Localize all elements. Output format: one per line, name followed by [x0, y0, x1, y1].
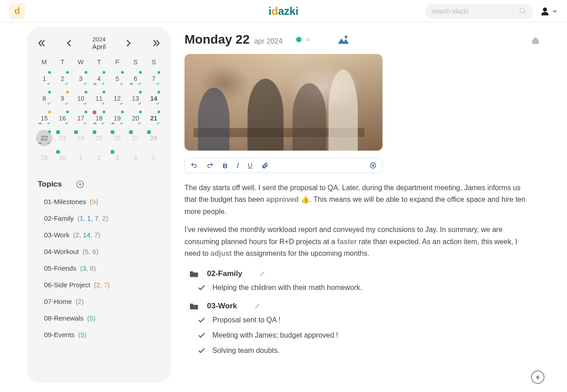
calendar-grid: MTWTFSS123456789101112131415161718192021… [35, 57, 163, 166]
calendar-day[interactable]: 8 [35, 90, 54, 107]
calendar-day: 2 [90, 149, 108, 166]
app-tab[interactable]: d [9, 3, 25, 19]
task-item[interactable]: Solving team doubts. [198, 347, 526, 355]
topic-section-title: 02-Family [207, 269, 242, 278]
app-tab-icon: d [14, 6, 20, 16]
topic-item[interactable]: 08-Renewals (5) [44, 314, 163, 322]
calendar-day[interactable]: 16 [54, 110, 72, 127]
close-toolbar-button[interactable] [369, 162, 377, 169]
calendar-day: 27 [126, 129, 145, 147]
calendar-dow: W [72, 57, 90, 67]
svg-point-6 [345, 36, 347, 38]
calendar-day: 1 [72, 149, 90, 166]
calendar-day: 26 [108, 129, 126, 147]
entry-title: Monday 22 [184, 32, 250, 47]
calendar-day[interactable]: 17 [72, 110, 90, 127]
scroll-top-button[interactable] [531, 370, 544, 384]
folder-icon [189, 270, 199, 278]
calendar-day: 24 [72, 129, 90, 147]
entry-topic-section: 02-FamilyHelping the children with their… [184, 269, 526, 292]
entry-body[interactable]: The day starts off well. I sent the prop… [184, 182, 526, 259]
calendar-day[interactable]: 3 [72, 70, 90, 87]
calendar-day[interactable]: 10 [72, 90, 90, 107]
check-icon [198, 317, 205, 323]
topic-item[interactable]: 05-Friends (3, 8) [44, 264, 163, 272]
calendar-day: 23 [54, 129, 72, 147]
topic-item[interactable]: 01-Milestones (9) [44, 198, 163, 205]
chevron-down-icon [552, 8, 558, 14]
topic-item[interactable]: 09-Events (5) [44, 331, 163, 339]
calendar-day[interactable]: 2 [54, 70, 72, 87]
calendar-day: 28 [144, 129, 163, 147]
user-menu[interactable] [540, 6, 558, 16]
image-icon[interactable] [337, 34, 350, 45]
search-input[interactable] [432, 8, 519, 15]
folder-icon [189, 302, 199, 310]
svg-line-1 [524, 12, 526, 14]
calendar-day[interactable]: 4 [90, 70, 108, 87]
search-box[interactable] [425, 4, 533, 19]
attachment-button[interactable] [261, 162, 269, 169]
calendar-day: 5 [144, 149, 163, 166]
calendar-day[interactable]: 7 [144, 70, 163, 87]
calendar-dow: F [108, 57, 126, 67]
calendar-day[interactable]: 15 [35, 110, 54, 127]
check-icon [198, 285, 205, 291]
topic-item[interactable]: 07-Home (2) [44, 298, 163, 305]
calendar-day[interactable]: 11 [90, 90, 108, 107]
entry-image [184, 54, 382, 151]
topic-item[interactable]: 03-Work (2, 14, 7) [44, 231, 163, 239]
calendar-day[interactable]: 21 [144, 110, 163, 127]
home-button[interactable] [531, 36, 540, 45]
calendar-dow: S [126, 57, 145, 67]
calendar-dow: S [144, 57, 163, 67]
calendar-day[interactable]: 5 [108, 70, 126, 87]
task-item[interactable]: Meeting with James; budget approved ! [198, 331, 526, 339]
bold-button[interactable]: B [223, 162, 228, 169]
underline-button[interactable]: U [248, 162, 252, 169]
undo-button[interactable] [190, 162, 198, 169]
calendar-day[interactable]: 14 [144, 90, 163, 107]
next-month-button[interactable] [123, 38, 133, 48]
prev-year-button[interactable] [37, 38, 47, 48]
arrow-up-icon [535, 374, 541, 380]
calendar-day[interactable]: 9 [54, 90, 72, 107]
calendar-day[interactable]: 19 [108, 110, 126, 127]
entry-topic-section: 03-WorkProposal sent to QA !Meeting with… [184, 302, 526, 355]
italic-button[interactable]: I [237, 162, 239, 169]
calendar-day[interactable]: 20 [126, 110, 145, 127]
calendar-day: 4 [126, 149, 145, 166]
svg-point-2 [543, 7, 547, 11]
topic-item[interactable]: 04-Workout (5, 6) [44, 248, 163, 255]
editor-toolbar: B I U [184, 158, 382, 173]
calendar-day[interactable]: 18 [90, 110, 108, 127]
topics-title: Topics [38, 180, 62, 189]
entry-subtitle: apr 2024 [254, 37, 283, 45]
pencil-icon[interactable] [259, 271, 266, 277]
calendar-day[interactable]: 22 [35, 129, 54, 147]
user-icon [540, 6, 550, 16]
calendar-day: 29 [35, 149, 54, 166]
search-icon [519, 7, 527, 15]
calendar-day[interactable]: 12 [108, 90, 126, 107]
calendar-dow: T [90, 57, 108, 67]
task-item[interactable]: Helping the children with their math hom… [198, 284, 526, 292]
topic-item[interactable]: 06-Side Project (2, 7) [44, 281, 163, 289]
add-topic-button[interactable] [76, 180, 85, 189]
status-dot-icon [296, 37, 302, 42]
next-year-button[interactable] [151, 38, 161, 48]
calendar-day[interactable]: 6 [126, 70, 145, 87]
pencil-icon[interactable] [254, 303, 261, 309]
calendar-day: 30 [54, 149, 72, 166]
topic-item[interactable]: 02-Family (1, 1, 7, 2) [44, 214, 163, 222]
topic-section-title: 03-Work [207, 302, 237, 311]
calendar-day[interactable]: 13 [126, 90, 145, 107]
calendar-dow: M [35, 57, 54, 67]
svg-point-0 [520, 8, 525, 13]
calendar-day: 3 [108, 149, 126, 166]
calendar-title: 2024 April [92, 36, 106, 50]
redo-button[interactable] [207, 162, 214, 169]
prev-month-button[interactable] [64, 38, 74, 48]
calendar-day[interactable]: 1 [35, 70, 54, 87]
task-item[interactable]: Proposal sent to QA ! [198, 316, 526, 324]
